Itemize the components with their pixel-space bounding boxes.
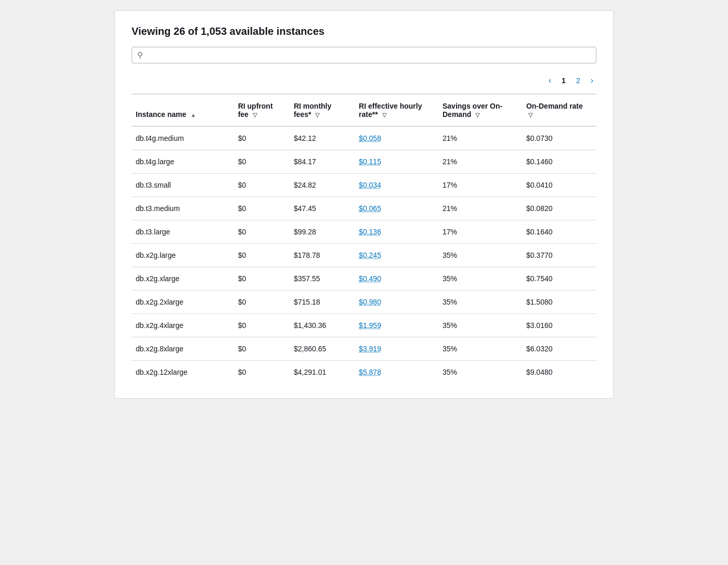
table-body: db.t4g.medium $0 $42.12 $0.058 21% $0.07… <box>132 126 596 384</box>
col-header-ri-effective-hourly: RI effective hourly rate** ▽ <box>355 94 438 126</box>
cell-ri-monthly-fees: $84.17 <box>290 150 355 174</box>
cell-savings-over-ondemand: 35% <box>438 337 522 361</box>
cell-ri-upfront-fee: $0 <box>234 150 290 174</box>
cell-savings-over-ondemand: 35% <box>438 314 522 337</box>
sort-desc-icon-savings[interactable]: ▽ <box>475 112 479 119</box>
cell-savings-over-ondemand: 35% <box>438 291 522 314</box>
instances-card: Viewing 26 of 1,053 available instances … <box>114 10 614 399</box>
cell-ondemand-rate: $0.7540 <box>522 267 596 291</box>
cell-instance-name: db.x2g.12xlarge <box>132 361 234 384</box>
cell-ondemand-rate: $0.1640 <box>522 220 596 244</box>
sort-desc-icon-monthly[interactable]: ▽ <box>315 112 319 119</box>
cell-ri-effective-hourly-rate[interactable]: $0.058 <box>355 126 438 150</box>
cell-ri-monthly-fees: $357.55 <box>290 267 355 291</box>
cell-ondemand-rate: $0.0820 <box>522 197 596 220</box>
cell-ri-monthly-fees: $178.78 <box>290 244 355 267</box>
cell-instance-name: db.x2g.2xlarge <box>132 291 234 314</box>
cell-instance-name: db.x2g.large <box>132 244 234 267</box>
cell-instance-name: db.t4g.medium <box>132 126 234 150</box>
cell-savings-over-ondemand: 21% <box>438 197 522 220</box>
cell-instance-name: db.t3.large <box>132 220 234 244</box>
table-row: db.x2g.large $0 $178.78 $0.245 35% $0.37… <box>132 244 596 267</box>
table-row: db.t4g.medium $0 $42.12 $0.058 21% $0.07… <box>132 126 596 150</box>
card-title: Viewing 26 of 1,053 available instances <box>132 25 596 37</box>
cell-savings-over-ondemand: 21% <box>438 150 522 174</box>
cell-ri-monthly-fees: $24.82 <box>290 174 355 197</box>
sort-desc-icon-effective[interactable]: ▽ <box>382 112 386 119</box>
cell-ri-effective-hourly-rate[interactable]: $0.245 <box>355 244 438 267</box>
cell-ri-upfront-fee: $0 <box>234 337 290 361</box>
next-page-number[interactable]: 2 <box>573 75 583 86</box>
cell-ri-effective-hourly-rate[interactable]: $0.065 <box>355 197 438 220</box>
table-row: db.x2g.2xlarge $0 $715.18 $0.980 35% $1.… <box>132 291 596 314</box>
sort-desc-icon-ondemand[interactable]: ▽ <box>528 112 532 119</box>
cell-ondemand-rate: $0.0410 <box>522 174 596 197</box>
cell-ri-monthly-fees: $47.45 <box>290 197 355 220</box>
table-row: db.t3.medium $0 $47.45 $0.065 21% $0.082… <box>132 197 596 220</box>
cell-ondemand-rate: $1.5080 <box>522 291 596 314</box>
search-container: ⚲ <box>132 47 596 63</box>
col-header-ondemand-rate: On-Demand rate ▽ <box>522 94 596 126</box>
current-page: 1 <box>558 75 569 86</box>
table-row: db.t4g.large $0 $84.17 $0.115 21% $0.146… <box>132 150 596 174</box>
cell-ri-monthly-fees: $715.18 <box>290 291 355 314</box>
cell-savings-over-ondemand: 17% <box>438 220 522 244</box>
cell-ondemand-rate: $9.0480 <box>522 361 596 384</box>
table-row: db.x2g.12xlarge $0 $4,291.01 $5.878 35% … <box>132 361 596 384</box>
cell-savings-over-ondemand: 21% <box>438 126 522 150</box>
cell-instance-name: db.t3.medium <box>132 197 234 220</box>
col-header-ri-upfront-fee: RI upfront fee ▽ <box>234 94 290 126</box>
cell-ondemand-rate: $0.3770 <box>522 244 596 267</box>
table-row: db.x2g.4xlarge $0 $1,430.36 $1.959 35% $… <box>132 314 596 337</box>
col-header-savings: Savings over On-Demand ▽ <box>438 94 522 126</box>
cell-ri-monthly-fees: $2,860.65 <box>290 337 355 361</box>
pagination: ‹ 1 2 › <box>132 74 596 87</box>
cell-ri-effective-hourly-rate[interactable]: $0.980 <box>355 291 438 314</box>
cell-ri-upfront-fee: $0 <box>234 291 290 314</box>
cell-ri-effective-hourly-rate[interactable]: $1.959 <box>355 314 438 337</box>
col-header-instance-name: Instance name ▲ <box>132 94 234 126</box>
cell-ri-effective-hourly-rate[interactable]: $3.919 <box>355 337 438 361</box>
cell-savings-over-ondemand: 17% <box>438 174 522 197</box>
cell-instance-name: db.x2g.8xlarge <box>132 337 234 361</box>
next-page-button[interactable]: › <box>588 74 596 87</box>
cell-ondemand-rate: $0.1460 <box>522 150 596 174</box>
cell-ri-monthly-fees: $4,291.01 <box>290 361 355 384</box>
cell-ri-effective-hourly-rate[interactable]: $0.034 <box>355 174 438 197</box>
instances-table: Instance name ▲ RI upfront fee ▽ RI mont… <box>132 94 596 384</box>
cell-ri-upfront-fee: $0 <box>234 244 290 267</box>
cell-ri-monthly-fees: $42.12 <box>290 126 355 150</box>
cell-ri-monthly-fees: $1,430.36 <box>290 314 355 337</box>
cell-ondemand-rate: $3.0160 <box>522 314 596 337</box>
table-row: db.x2g.xlarge $0 $357.55 $0.490 35% $0.7… <box>132 267 596 291</box>
cell-ri-upfront-fee: $0 <box>234 197 290 220</box>
col-header-ri-monthly-fees: RI monthly fees* ▽ <box>290 94 355 126</box>
cell-ri-upfront-fee: $0 <box>234 314 290 337</box>
prev-page-button[interactable]: ‹ <box>545 74 554 87</box>
cell-instance-name: db.x2g.xlarge <box>132 267 234 291</box>
cell-ri-effective-hourly-rate[interactable]: $0.490 <box>355 267 438 291</box>
search-icon: ⚲ <box>137 50 143 60</box>
sort-asc-icon[interactable]: ▲ <box>190 112 196 118</box>
cell-ri-upfront-fee: $0 <box>234 267 290 291</box>
cell-savings-over-ondemand: 35% <box>438 267 522 291</box>
cell-ri-effective-hourly-rate[interactable]: $0.136 <box>355 220 438 244</box>
cell-ri-monthly-fees: $99.28 <box>290 220 355 244</box>
cell-ri-effective-hourly-rate[interactable]: $0.115 <box>355 150 438 174</box>
cell-ri-effective-hourly-rate[interactable]: $5.878 <box>355 361 438 384</box>
cell-ri-upfront-fee: $0 <box>234 361 290 384</box>
cell-ondemand-rate: $6.0320 <box>522 337 596 361</box>
table-header-row: Instance name ▲ RI upfront fee ▽ RI mont… <box>132 94 596 126</box>
cell-ri-upfront-fee: $0 <box>234 174 290 197</box>
cell-ri-upfront-fee: $0 <box>234 220 290 244</box>
cell-instance-name: db.t3.small <box>132 174 234 197</box>
cell-savings-over-ondemand: 35% <box>438 361 522 384</box>
cell-instance-name: db.x2g.4xlarge <box>132 314 234 337</box>
cell-ondemand-rate: $0.0730 <box>522 126 596 150</box>
table-row: db.t3.small $0 $24.82 $0.034 17% $0.0410 <box>132 174 596 197</box>
sort-desc-icon-upfront[interactable]: ▽ <box>253 112 257 119</box>
cell-ri-upfront-fee: $0 <box>234 126 290 150</box>
table-row: db.t3.large $0 $99.28 $0.136 17% $0.1640 <box>132 220 596 244</box>
search-input[interactable] <box>147 51 591 59</box>
cell-instance-name: db.t4g.large <box>132 150 234 174</box>
